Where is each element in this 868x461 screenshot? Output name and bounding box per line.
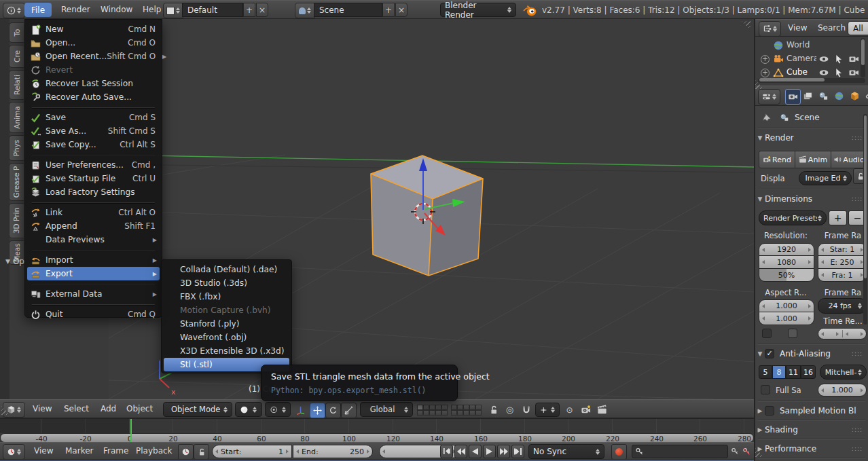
menu-item-save[interactable]: SaveCmd S — [27, 111, 160, 124]
opengl-render-icon[interactable] — [579, 403, 593, 417]
editor-type-selector[interactable] — [3, 3, 25, 18]
constraints-tab-icon[interactable] — [863, 89, 868, 103]
outliner-row-camera[interactable]: + Camera — [755, 52, 868, 66]
submenu-item-3ds[interactable]: 3D Studio (.3ds) — [164, 276, 289, 290]
aspect-x-field[interactable]: 1.000 — [759, 299, 814, 312]
dimensions-panel-header[interactable]: ▼Dimensions:::: — [755, 191, 868, 206]
render-layers-tab-icon[interactable] — [801, 89, 815, 103]
renderable-camera-icon[interactable] — [848, 67, 859, 78]
submenu-item-obj[interactable]: Wavefront (.obj) — [164, 331, 289, 344]
submenu-item-bvh[interactable]: Motion Capture (.bvh) — [164, 303, 289, 317]
mode-select[interactable]: Object Mode — [163, 402, 232, 417]
tab-create[interactable]: Cre — [9, 45, 24, 68]
delete-keyframe-button[interactable]: ⟍ — [741, 445, 752, 458]
frame-end-field[interactable]: E: 250 — [818, 256, 867, 269]
add-scene-button[interactable]: + — [382, 3, 395, 17]
menu-item-data-previews[interactable]: Data Previews▶ — [27, 233, 160, 246]
samples-8-button[interactable]: 8 — [772, 365, 786, 379]
resolution-x-field[interactable]: 1920 — [759, 243, 814, 256]
render-button[interactable]: Rend — [759, 151, 795, 168]
menu-marker[interactable]: Marker — [65, 446, 93, 456]
translate-manipulator-button[interactable] — [310, 403, 325, 418]
scale-manipulator-button[interactable] — [341, 403, 357, 418]
menu-item-user-preferences[interactable]: User Preferences...Cmd , — [27, 158, 160, 172]
manipulator-axis-icon[interactable] — [293, 403, 308, 417]
samples-11-button[interactable]: 11 — [786, 365, 801, 379]
render-audio-button[interactable]: Audio — [831, 151, 867, 168]
pivot-point-select[interactable] — [265, 402, 291, 417]
jump-start-button[interactable] — [440, 445, 453, 458]
editor-type-selector[interactable] — [3, 444, 25, 460]
antialiasing-panel-header[interactable]: ▼✓Anti-Aliasing:::: — [755, 346, 868, 361]
timeline-scrubber[interactable]: -40-200204060801001201401601802002202402… — [0, 433, 754, 443]
menu-object[interactable]: Object — [126, 404, 153, 413]
menu-item-save-startup-file[interactable]: Save Startup FileCtrl U — [27, 172, 160, 185]
layers-grid-left[interactable] — [417, 405, 448, 416]
resolution-y-field[interactable]: 1080 — [759, 256, 814, 269]
keying-set-field[interactable] — [632, 445, 728, 458]
scene-tab-icon[interactable] — [816, 89, 831, 103]
tab-3d-printing[interactable]: 3D Prin — [9, 203, 24, 238]
pin-icon[interactable] — [762, 113, 772, 122]
crop-checkbox[interactable] — [788, 329, 797, 338]
tab-physics[interactable]: Phys — [9, 135, 24, 161]
menu-add[interactable]: Add — [101, 404, 116, 413]
menu-item-quit[interactable]: QuitCmd Q — [27, 308, 160, 321]
outliner-vscrollbar[interactable] — [861, 38, 865, 77]
play-button[interactable] — [483, 445, 496, 458]
menu-frame[interactable]: Frame — [103, 446, 128, 456]
layers-grid-right[interactable] — [451, 405, 482, 416]
play-reverse-button[interactable] — [469, 445, 482, 458]
close-layout-button[interactable]: × — [256, 3, 268, 17]
editor-type-selector[interactable] — [758, 89, 780, 105]
selectable-cursor-icon[interactable] — [833, 54, 844, 64]
outliner-filter-select[interactable]: All — [848, 21, 868, 35]
timeline-ruler[interactable]: -40-200204060801001201401601802002202402… — [0, 418, 754, 443]
operator-panel-header[interactable]: ▼Op — [5, 257, 24, 266]
close-scene-button[interactable]: × — [395, 3, 408, 17]
tab-animation[interactable]: Anima — [9, 102, 24, 133]
snap-magnet-icon[interactable] — [519, 403, 533, 417]
antialiasing-checkbox[interactable]: ✓ — [765, 349, 774, 358]
display-mode-select[interactable]: Image Ed — [799, 171, 852, 185]
menu-select[interactable]: Select — [64, 404, 89, 413]
render-presets-select[interactable]: Render Presets — [759, 210, 827, 225]
menu-item-save-as[interactable]: Save As...Shift Cmd S — [27, 124, 160, 138]
menu-item-new[interactable]: NewCmd N — [27, 22, 160, 36]
performance-panel-header[interactable]: ▶Performance:::: — [755, 441, 868, 456]
frame-end-field[interactable]: End:250 — [293, 445, 373, 458]
aa-filter-select[interactable]: Mitchell- — [820, 365, 867, 380]
expand-icon[interactable]: + — [761, 55, 770, 64]
submenu-item-x3d[interactable]: X3D Extensible 3D (.x3d) — [164, 344, 289, 358]
visibility-eye-icon[interactable] — [818, 54, 829, 64]
editor-type-selector[interactable] — [3, 402, 25, 418]
menu-window[interactable]: Window — [101, 5, 132, 14]
render-engine-select[interactable]: Blender Render — [440, 3, 516, 17]
expand-icon[interactable]: + — [761, 69, 770, 77]
world-tab-icon[interactable] — [832, 89, 846, 103]
menu-item-recover-auto-save[interactable]: Recover Auto Save... — [27, 90, 160, 104]
lock-to-scene-icon[interactable] — [486, 403, 501, 417]
menu-item-recover-last-session[interactable]: Recover Last Session — [27, 77, 160, 90]
properties-vscrollbar[interactable] — [863, 114, 867, 325]
sampled-motion-blur-panel-header[interactable]: ▶Sampled Motion Bl — [755, 403, 868, 418]
menu-item-external-data[interactable]: External Data▶ — [27, 287, 160, 301]
rotate-manipulator-button[interactable] — [325, 403, 341, 418]
lock-time-button[interactable] — [194, 444, 209, 460]
screen-layout-selector[interactable] — [163, 3, 183, 18]
object-tab-icon[interactable] — [848, 89, 862, 103]
menu-item-revert[interactable]: Revert — [27, 63, 160, 77]
transform-orientation-select[interactable]: Global — [360, 402, 413, 417]
menu-item-open-recent[interactable]: Open Recent...Shift Cmd O▶ — [27, 50, 160, 63]
tab-grease-pencil[interactable]: Grease P — [9, 163, 24, 201]
editor-type-selector[interactable] — [759, 21, 781, 37]
time-remap-stepper[interactable] — [818, 328, 867, 339]
selectable-cursor-icon[interactable] — [833, 67, 844, 78]
viewport-shading-select[interactable] — [235, 402, 262, 417]
menu-file[interactable]: File — [24, 3, 52, 17]
samples-16-button[interactable]: 16 — [801, 365, 816, 379]
menu-render[interactable]: Render — [61, 5, 90, 14]
jump-end-button[interactable] — [511, 445, 524, 458]
menu-item-import[interactable]: Import▶ — [27, 253, 160, 267]
proportional-edit-icon[interactable]: ◎ — [503, 403, 517, 417]
